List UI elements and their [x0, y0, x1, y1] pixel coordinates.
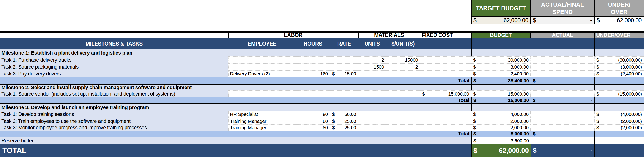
employee-cell[interactable]: Training Manager	[228, 118, 296, 124]
hours-cell[interactable]	[296, 64, 330, 70]
rate-cell[interactable]: $15.00	[330, 70, 358, 77]
under-over-cell[interactable]: $(4,000.00)	[594, 111, 644, 118]
unit-cost-cell[interactable]	[386, 70, 420, 77]
fixed-cost-cell[interactable]	[420, 111, 471, 118]
units-cell[interactable]	[358, 90, 386, 97]
grand-total-under-over-cell	[594, 144, 644, 157]
employee-cell[interactable]: HR Specialist	[228, 111, 296, 118]
currency-symbol: $	[533, 17, 536, 24]
rate-cell[interactable]	[330, 56, 358, 64]
rate-header: RATE	[330, 38, 358, 50]
actual-cell[interactable]	[531, 124, 594, 131]
section-total-row: Total $35,400.00 $-	[0, 77, 644, 84]
fixed-cost-cell[interactable]	[420, 56, 471, 64]
budget-cell[interactable]: $4,000.00	[471, 111, 531, 118]
unit-cost-cell[interactable]: 15000	[386, 56, 420, 64]
task-name-cell[interactable]: Task 2: Source packaging materials	[0, 64, 228, 70]
unit-cost-cell[interactable]	[386, 118, 420, 124]
hours-cell[interactable]	[296, 90, 330, 97]
fixed-cost-cell[interactable]	[420, 124, 471, 131]
total-actual-cell[interactable]: $-	[531, 77, 594, 84]
units-cell[interactable]: 1500	[358, 64, 386, 70]
employee-cell[interactable]: Training Manager	[228, 124, 296, 131]
under-over-value-cell[interactable]: $ 62,000.00	[594, 16, 644, 24]
budget-cell[interactable]: $3,000.00	[471, 64, 531, 70]
actual-cell[interactable]	[531, 90, 594, 97]
milestone-title-cell[interactable]: Milestone 1: Establish a plant delivery …	[0, 50, 471, 56]
unit-cost-cell[interactable]	[386, 111, 420, 118]
units-cell[interactable]	[358, 111, 386, 118]
units-cell[interactable]	[358, 70, 386, 77]
actual-cell[interactable]	[531, 70, 594, 77]
under-over-cell[interactable]: $(2,400.00)	[594, 70, 644, 77]
hours-cell[interactable]	[296, 56, 330, 64]
actual-spend-value-cell[interactable]: $ -	[531, 16, 594, 24]
fixed-cost-cell[interactable]	[420, 64, 471, 70]
task-row: Task 1: Develop training sessions HR Spe…	[0, 111, 644, 118]
task-name-cell[interactable]: Task 1: Purchase delivery trucks	[0, 56, 228, 64]
unit-cost-cell[interactable]	[386, 90, 420, 97]
actual-cell[interactable]	[531, 56, 594, 64]
reserve-buffer-row: Reserve buffer $3,600.00	[0, 137, 644, 144]
fixed-cost-cell[interactable]	[420, 118, 471, 124]
total-budget-cell[interactable]: $8,000.00	[471, 131, 531, 137]
units-cell[interactable]: 2	[358, 56, 386, 64]
target-budget-header: TARGET BUDGET	[471, 0, 531, 16]
hours-cell[interactable]: 80	[296, 124, 330, 131]
budget-cell[interactable]: $15,000.00	[471, 90, 531, 97]
under-over-header: UNDER/ OVER	[594, 0, 644, 16]
units-cell[interactable]	[358, 118, 386, 124]
unit-cost-cell[interactable]: 2	[386, 64, 420, 70]
under-over-cell[interactable]: $(15,000.00)	[594, 90, 644, 97]
milestone-row: Milestone 1: Establish a plant delivery …	[0, 50, 644, 56]
total-label-cell: Total	[0, 97, 471, 103]
budget-cell[interactable]: $30,000.00	[471, 56, 531, 64]
fixed-cost-cell[interactable]	[420, 70, 471, 77]
total-actual-cell[interactable]: $-	[531, 97, 594, 103]
under-over-cell[interactable]: $(2,000.00)	[594, 118, 644, 124]
task-name-cell[interactable]: Task 3: Pay delivery drivers	[0, 70, 228, 77]
reserve-budget-cell[interactable]: $3,600.00	[471, 137, 531, 144]
hours-cell[interactable]: 80	[296, 118, 330, 124]
employee-cell[interactable]: --	[228, 90, 296, 97]
budget-cell[interactable]: $2,000.00	[471, 118, 531, 124]
rate-cell[interactable]	[330, 90, 358, 97]
reserve-actual-cell[interactable]	[531, 137, 594, 144]
rate-cell[interactable]: $50.00	[330, 111, 358, 118]
units-cell[interactable]	[358, 124, 386, 131]
employee-cell[interactable]: --	[228, 56, 296, 64]
task-name-cell[interactable]: Task 1: Develop training sessions	[0, 111, 228, 118]
total-budget-cell[interactable]: $15,000.00	[471, 97, 531, 103]
rate-cell[interactable]	[330, 64, 358, 70]
under-over-cell[interactable]: $(2,000.00)	[594, 124, 644, 131]
hours-cell[interactable]: 160	[296, 70, 330, 77]
budget-cell[interactable]: $2,400.00	[471, 70, 531, 77]
milestone-title-cell[interactable]: Milestone 3: Develop and launch an emplo…	[0, 104, 471, 111]
unit-cost-cell[interactable]	[386, 124, 420, 131]
actual-cell[interactable]	[531, 111, 594, 118]
actual-cell[interactable]	[531, 118, 594, 124]
target-budget-value-cell[interactable]: $ 62,000.00	[471, 16, 531, 24]
rate-cell[interactable]: $25.00	[330, 124, 358, 131]
grand-total-actual-cell[interactable]: $-	[531, 144, 594, 157]
rate-cell[interactable]: $25.00	[330, 118, 358, 124]
task-name-cell[interactable]: Task 3: Monitor employee progress and im…	[0, 124, 228, 131]
reserve-under-over-cell[interactable]	[594, 137, 644, 144]
employee-cell[interactable]: --	[228, 64, 296, 70]
actual-column-header: ACTUAL	[531, 32, 594, 38]
task-name-cell[interactable]: Task 1: Source vendor (includes set up, …	[0, 90, 228, 97]
reserve-buffer-label-cell[interactable]: Reserve buffer	[0, 137, 471, 144]
grand-total-budget-cell[interactable]: $62,000.00	[471, 144, 531, 157]
budget-cell[interactable]: $2,000.00	[471, 124, 531, 131]
hours-cell[interactable]: 80	[296, 111, 330, 118]
under-over-cell[interactable]: $(3,000.00)	[594, 64, 644, 70]
total-actual-cell[interactable]: $-	[531, 131, 594, 137]
total-budget-cell[interactable]: $35,400.00	[471, 77, 531, 84]
task-name-cell[interactable]: Task 2: Train employees to use the softw…	[0, 118, 228, 124]
employee-cell[interactable]: Delivery Drivers (2)	[228, 70, 296, 77]
under-over-cell[interactable]: $(30,000.00)	[594, 56, 644, 64]
actual-cell[interactable]	[531, 64, 594, 70]
milestone-title-cell[interactable]: Milestone 2: Select and install supply c…	[0, 84, 471, 90]
currency-symbol: $	[474, 17, 476, 24]
fixed-cost-cell[interactable]: $15,000.00	[420, 90, 471, 97]
